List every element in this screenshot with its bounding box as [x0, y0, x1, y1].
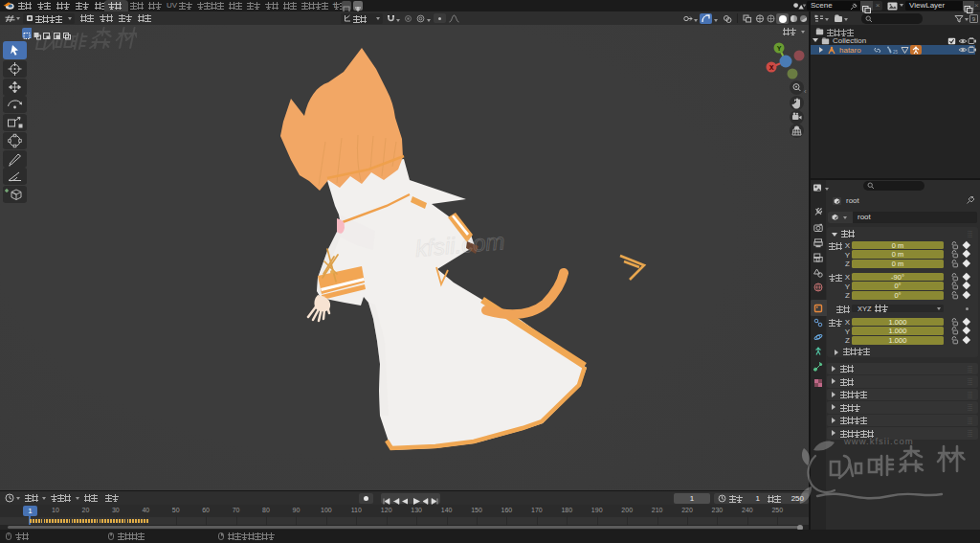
svg-text:25: 25 — [893, 50, 899, 55]
svg-text:www.kfsii.com: www.kfsii.com — [843, 436, 914, 446]
